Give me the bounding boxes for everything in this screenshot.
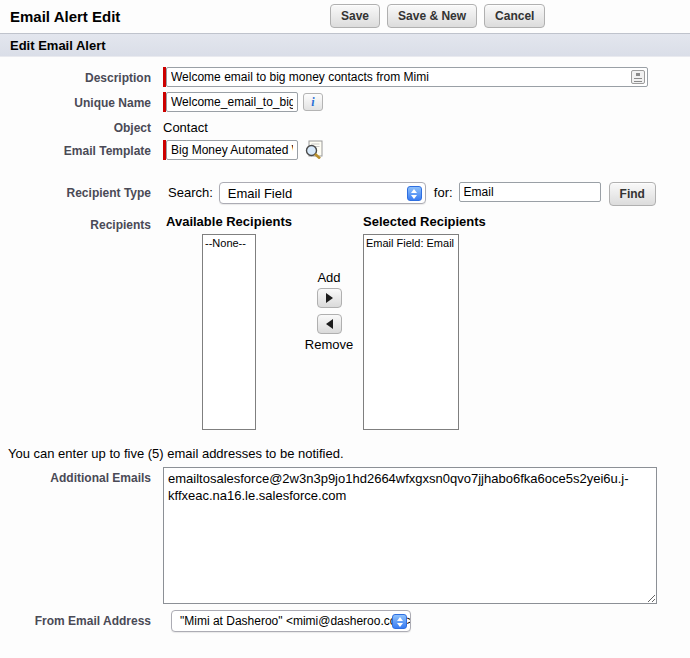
recipient-type-select[interactable]: Email Field (219, 182, 426, 204)
required-marker (163, 92, 298, 112)
remove-button[interactable] (317, 314, 342, 334)
section-header: Edit Email Alert (0, 33, 690, 57)
from-email-selected-value: "Mimi at Dasheroo" <mimi@dasheroo.com> (180, 614, 411, 628)
email-template-row: Email Template (0, 140, 690, 160)
recipient-type-label: Recipient Type (0, 182, 163, 200)
recipients-row: Recipients Available Recipients --None--… (0, 214, 690, 430)
top-button-group: Save Save & New Cancel (330, 4, 545, 28)
remove-arrow-icon (326, 319, 333, 329)
available-recipients-column: Available Recipients --None-- (163, 214, 295, 430)
add-arrow-icon (326, 293, 333, 303)
object-value: Contact (163, 117, 208, 135)
email-template-input[interactable] (166, 140, 298, 160)
required-marker (163, 67, 648, 87)
selected-recipients-column: Selected Recipients Email Field: Email (363, 214, 486, 430)
unique-name-input[interactable] (166, 92, 298, 112)
autofill-icon[interactable] (631, 70, 645, 84)
object-row: Object Contact (0, 117, 690, 135)
search-for-input[interactable] (459, 182, 601, 202)
list-item[interactable]: Email Field: Email (366, 236, 456, 250)
object-label: Object (0, 117, 163, 135)
recipients-label: Recipients (0, 214, 163, 232)
description-input[interactable] (166, 67, 648, 87)
recipient-type-row: Recipient Type Search: Email Field for: … (0, 182, 690, 206)
required-marker (163, 140, 298, 160)
list-item[interactable]: --None-- (205, 236, 253, 250)
select-stepper-icon (392, 614, 407, 629)
for-label: for: (434, 182, 453, 200)
additional-emails-textarea[interactable]: emailtosalesforce@2w3n3p9jo1hd2664wfxgxs… (163, 467, 657, 604)
description-row: Description (0, 67, 690, 87)
find-button[interactable]: Find (609, 182, 656, 206)
unique-name-row: Unique Name i (0, 92, 690, 112)
recipient-type-selected-value: Email Field (228, 186, 292, 201)
additional-emails-label: Additional Emails (0, 467, 163, 485)
from-email-select[interactable]: "Mimi at Dasheroo" <mimi@dasheroo.com> (171, 610, 411, 632)
move-controls: Add Remove (295, 214, 363, 430)
selected-recipients-header: Selected Recipients (363, 214, 486, 229)
unique-name-label: Unique Name (0, 92, 163, 110)
save-button[interactable]: Save (330, 4, 380, 28)
email-template-label: Email Template (0, 140, 163, 158)
email-alert-edit-page: Email Alert Edit Save Save & New Cancel … (0, 0, 690, 658)
select-stepper-icon (407, 186, 422, 201)
edit-form: Description Unique Name i (0, 57, 690, 632)
cancel-button[interactable]: Cancel (484, 4, 545, 28)
from-email-row: From Email Address "Mimi at Dasheroo" <m… (0, 610, 690, 632)
info-icon[interactable]: i (303, 93, 323, 111)
save-and-new-button[interactable]: Save & New (387, 4, 477, 28)
from-email-label: From Email Address (0, 610, 163, 628)
add-label: Add (317, 270, 340, 285)
description-label: Description (0, 67, 163, 85)
search-label: Search: (168, 182, 213, 200)
available-recipients-listbox[interactable]: --None-- (202, 234, 256, 430)
selected-recipients-listbox[interactable]: Email Field: Email (363, 234, 459, 430)
additional-emails-row: Additional Emails emailtosalesforce@2w3n… (0, 467, 690, 604)
top-bar: Email Alert Edit Save Save & New Cancel (0, 0, 690, 33)
lookup-icon[interactable] (303, 140, 323, 160)
remove-label: Remove (305, 337, 353, 352)
available-recipients-header: Available Recipients (166, 214, 292, 229)
add-button[interactable] (317, 288, 342, 308)
page-title: Email Alert Edit (10, 8, 120, 25)
email-limit-note: You can enter up to five (5) email addre… (0, 446, 690, 461)
